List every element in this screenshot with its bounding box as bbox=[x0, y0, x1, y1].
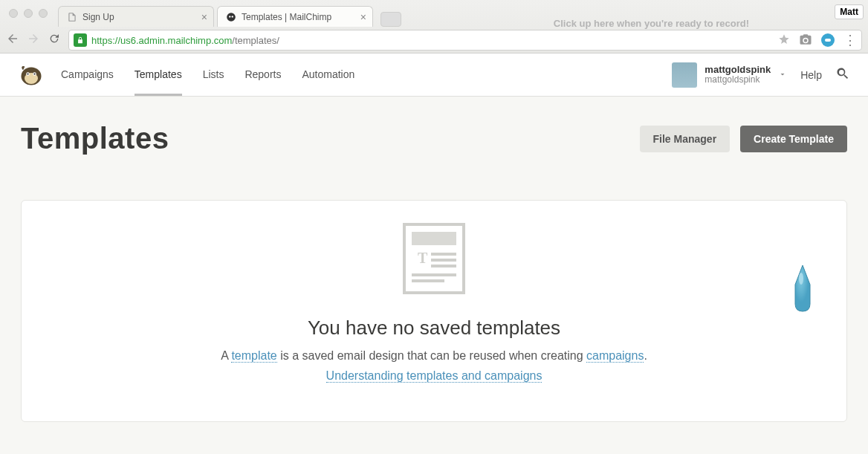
svg-text:T: T bbox=[418, 250, 428, 266]
url-path: /templates/ bbox=[232, 35, 279, 46]
search-icon[interactable] bbox=[835, 66, 850, 84]
main-content: Templates File Manager Create Template T bbox=[0, 97, 868, 422]
empty-state-card: T You have no saved templates A template… bbox=[21, 200, 847, 422]
tab-signup[interactable]: Sign Up × bbox=[58, 6, 214, 27]
account-subtext: mattgoldspink bbox=[705, 75, 771, 85]
understanding-link[interactable]: Understanding templates and campaigns bbox=[326, 369, 542, 383]
nav-automation[interactable]: Automation bbox=[302, 53, 354, 96]
tab-label: Templates | MailChimp bbox=[242, 12, 331, 22]
tab-label: Sign Up bbox=[82, 12, 114, 22]
browser-tabs: Sign Up × Templates | MailChimp × bbox=[58, 4, 401, 27]
svg-rect-13 bbox=[431, 253, 456, 256]
toolbar: https://us6.admin.mailchimp.com/template… bbox=[0, 27, 868, 53]
empty-text: A bbox=[221, 349, 231, 362]
nav-lists[interactable]: Lists bbox=[203, 53, 224, 96]
address-bar[interactable]: https://us6.admin.mailchimp.com/template… bbox=[68, 30, 862, 51]
lock-icon bbox=[74, 33, 87, 47]
svg-rect-17 bbox=[412, 279, 444, 282]
window-controls bbox=[9, 9, 48, 18]
nav-templates[interactable]: Templates bbox=[135, 53, 182, 96]
chrome-profile-badge[interactable]: Matt bbox=[835, 4, 864, 19]
nav-campaigns[interactable]: Campaigns bbox=[61, 53, 114, 96]
avatar bbox=[672, 62, 697, 88]
minimize-window-icon[interactable] bbox=[24, 9, 33, 18]
main-nav: Campaigns Templates Lists Reports Automa… bbox=[61, 53, 354, 96]
extension-icon[interactable] bbox=[821, 33, 835, 47]
empty-description: A template is a saved email design that … bbox=[36, 346, 832, 386]
campaigns-link[interactable]: campaigns bbox=[586, 349, 644, 363]
svg-point-9 bbox=[799, 273, 803, 285]
tab-templates[interactable]: Templates | MailChimp × bbox=[217, 6, 373, 27]
forward-icon bbox=[27, 32, 40, 49]
close-tab-icon[interactable]: × bbox=[360, 11, 366, 23]
template-document-icon: T bbox=[403, 223, 465, 297]
back-icon[interactable] bbox=[6, 32, 19, 49]
file-manager-button[interactable]: File Manager bbox=[640, 126, 731, 152]
empty-heading: You have no saved templates bbox=[36, 317, 832, 340]
svg-rect-16 bbox=[412, 273, 456, 276]
maximize-window-icon[interactable] bbox=[39, 9, 48, 18]
reload-icon[interactable] bbox=[48, 33, 61, 48]
svg-point-7 bbox=[27, 73, 28, 74]
url-host: us6.admin.mailchimp.com bbox=[120, 35, 232, 46]
camera-icon[interactable] bbox=[799, 33, 812, 48]
url-scheme: https:// bbox=[91, 35, 120, 46]
template-link[interactable]: template bbox=[231, 349, 276, 363]
browser-chrome: Click up here when you're ready to recor… bbox=[0, 0, 868, 53]
nav-reports[interactable]: Reports bbox=[244, 53, 281, 96]
app-header: Campaigns Templates Lists Reports Automa… bbox=[0, 53, 868, 97]
svg-point-0 bbox=[227, 13, 236, 22]
close-window-icon[interactable] bbox=[9, 9, 18, 18]
account-name: mattgoldspink bbox=[705, 65, 771, 75]
page-favicon-icon bbox=[66, 11, 78, 23]
cursor-pointer-icon bbox=[791, 264, 814, 319]
close-tab-icon[interactable]: × bbox=[201, 11, 207, 23]
empty-text: . bbox=[644, 349, 647, 362]
page-title: Templates bbox=[21, 122, 169, 155]
bookmark-star-icon[interactable] bbox=[778, 33, 790, 48]
svg-point-8 bbox=[33, 73, 35, 74]
svg-rect-15 bbox=[431, 265, 456, 267]
browser-menu-icon[interactable]: ⋮ bbox=[843, 32, 857, 48]
new-tab-button[interactable] bbox=[380, 12, 401, 27]
chevron-down-icon bbox=[778, 68, 787, 82]
account-menu[interactable]: mattgoldspink mattgoldspink bbox=[672, 62, 787, 88]
create-template-button[interactable]: Create Template bbox=[740, 126, 847, 152]
svg-point-1 bbox=[229, 16, 230, 17]
mailchimp-logo-icon[interactable] bbox=[18, 62, 45, 88]
svg-point-2 bbox=[232, 16, 233, 17]
svg-rect-11 bbox=[412, 232, 456, 245]
mailchimp-favicon-icon bbox=[225, 11, 237, 23]
empty-text: is a saved email design that can be reus… bbox=[277, 349, 586, 362]
help-link[interactable]: Help bbox=[800, 69, 822, 81]
svg-rect-14 bbox=[431, 259, 456, 262]
